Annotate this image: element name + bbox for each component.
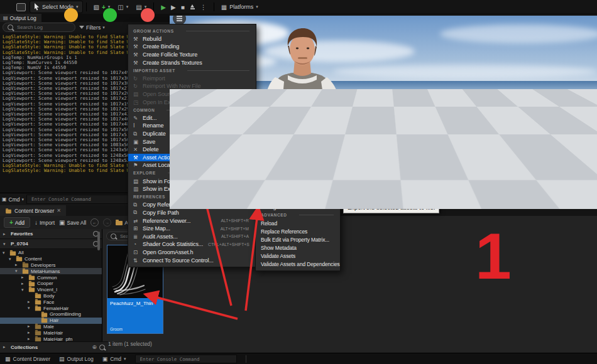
menu-item[interactable]: ⚒ Asset Actions › bbox=[128, 154, 256, 162]
output-log-button[interactable]: ▤ Output Log bbox=[59, 356, 94, 362]
folder-icon bbox=[29, 282, 35, 286]
menu-item[interactable]: ◳ Open In External Editor bbox=[128, 98, 256, 106]
favorites-header[interactable]: ▸ Favorites bbox=[0, 229, 102, 239]
menu-item[interactable]: ⊞ Size Map... ALT+SHIFT+M bbox=[128, 225, 256, 233]
log-filters-dropdown[interactable]: Filters ▾ bbox=[79, 24, 105, 31]
taskbar-console-input[interactable] bbox=[139, 356, 233, 363]
save-all-button[interactable]: ▣ Save All bbox=[59, 219, 86, 226]
add-button[interactable]: + Add bbox=[4, 217, 30, 228]
submenu-item[interactable]: Export... bbox=[256, 195, 340, 203]
tree-twisty-icon[interactable]: ▸ bbox=[28, 324, 33, 329]
tab-content-browser[interactable]: Content Browser ✕ bbox=[0, 205, 66, 216]
add-collection-icon[interactable]: ⊕ bbox=[92, 344, 97, 350]
tree-twisty-icon[interactable]: ▾ bbox=[3, 250, 8, 255]
menu-item[interactable]: ⧉ Copy Reference bbox=[128, 201, 256, 209]
menu-item[interactable]: ⚒ Create Strands Textures bbox=[128, 58, 256, 67]
menu-item[interactable]: ✕ Delete DELETE bbox=[128, 146, 256, 154]
close-icon[interactable]: ✕ bbox=[57, 208, 61, 213]
submenu-item[interactable]: Reload bbox=[256, 219, 340, 227]
menu-item-label: Create Blueprint Using This... bbox=[261, 155, 327, 161]
submenu-item[interactable]: Validate Assets bbox=[256, 252, 340, 260]
menu-item[interactable]: ⚒ Rebuild bbox=[128, 35, 256, 43]
submenu-item[interactable]: Validate Assets and Dependencies bbox=[256, 260, 340, 268]
menu-item-label: Rebuild bbox=[143, 36, 162, 42]
menu-item-icon: ⚒ bbox=[133, 36, 143, 42]
submenu-item[interactable]: Replace References bbox=[256, 227, 340, 235]
menu-item-label: Asset Actions bbox=[143, 154, 176, 161]
project-header[interactable]: ▾ P_0704 bbox=[0, 239, 102, 249]
menu-item[interactable]: ▥ Show in Explorer bbox=[128, 185, 256, 193]
submenu-item[interactable]: ⇥ Migrate... bbox=[256, 203, 340, 211]
menu-item[interactable]: ⧉ Copy File Path bbox=[128, 209, 256, 217]
tree-twisty-icon[interactable]: ▸ bbox=[28, 299, 33, 304]
menu-item-label: Reimport bbox=[143, 75, 165, 82]
window-icon[interactable] bbox=[16, 3, 26, 11]
folder-tree-row[interactable]: GroomBinding bbox=[0, 311, 102, 318]
menu-item[interactable]: Ⅰ Rename F2 bbox=[128, 122, 256, 130]
menu-item[interactable]: ⇄ Reference Viewer... ALT+SHIFT+R bbox=[128, 217, 256, 225]
tree-twisty-icon[interactable]: ▸ bbox=[21, 275, 26, 280]
tree-twisty-icon[interactable]: ▸ bbox=[15, 262, 20, 267]
menu-item[interactable]: ✎ Edit... bbox=[128, 114, 256, 122]
menu-item[interactable]: ⚒ Create Follicle Texture bbox=[128, 51, 256, 59]
tree-scrollbar[interactable] bbox=[97, 232, 100, 250]
menu-item[interactable]: ⇅ Connect To Source Control... bbox=[128, 256, 256, 264]
history-forward-button[interactable]: → bbox=[103, 218, 111, 227]
folder-tree-row[interactable]: ▸ Male bbox=[0, 324, 102, 330]
taskbar-cmd-dropdown[interactable]: ▣ Cmd ▾ bbox=[102, 356, 126, 362]
cmd-dropdown[interactable]: ▣ Cmd ▾ bbox=[2, 196, 24, 203]
menu-item[interactable]: ▣ Save CTRL+S bbox=[128, 137, 256, 146]
blueprints-dropdown[interactable]: ◫ ▾ bbox=[114, 1, 132, 13]
skip-frame-button[interactable]: ▶ bbox=[171, 4, 176, 11]
folder-tree-row[interactable]: ▸ Cooper bbox=[0, 281, 102, 287]
tree-twisty-icon[interactable]: ▾ bbox=[21, 287, 26, 292]
folder-tree-row[interactable]: Body bbox=[0, 293, 102, 299]
play-button[interactable]: ▶ bbox=[161, 4, 166, 11]
log-search-box[interactable] bbox=[3, 23, 75, 32]
menu-item[interactable]: ≣ Audit Assets... ALT+SHIFT+A bbox=[128, 232, 256, 240]
submenu-item[interactable]: Show Metadata bbox=[256, 244, 340, 252]
folder-tree-row[interactable]: ▸ Developers bbox=[0, 262, 102, 269]
menu-item[interactable]: ⚑ Asset Localization › bbox=[128, 161, 256, 169]
taskbar-console-box[interactable] bbox=[135, 355, 237, 363]
folder-tree-row[interactable]: ▾ MetaHumans bbox=[0, 268, 102, 274]
tree-twisty-icon[interactable]: ▾ bbox=[15, 269, 20, 274]
menu-item[interactable]: ▤ Show in Folder View CTRL+B bbox=[128, 177, 256, 185]
folder-tree-row[interactable]: Hair bbox=[0, 318, 102, 324]
folder-tree-row[interactable]: ▸ Face bbox=[0, 299, 102, 305]
folder-tree-row[interactable]: ▾ All bbox=[0, 250, 102, 256]
content-drawer-button[interactable]: ▦ Content Drawer bbox=[5, 356, 50, 362]
tab-output-log[interactable]: ▤ Output Log bbox=[0, 14, 41, 22]
play-options-icon[interactable]: ⋮ bbox=[200, 4, 207, 11]
submenu-item[interactable]: Create Blueprint Using This... bbox=[256, 154, 340, 162]
menu-item[interactable]: ↻ Reimport With New File bbox=[128, 82, 256, 90]
folder-tree-row[interactable]: ▾ Content bbox=[0, 256, 102, 262]
stop-button[interactable]: ■ bbox=[181, 4, 185, 11]
import-button[interactable]: ↓ Import bbox=[35, 219, 55, 226]
folder-tree-row[interactable]: ▾ FemaleHair bbox=[0, 305, 102, 311]
submenu-item[interactable]: Bulk Edit via Property Matrix... bbox=[256, 235, 340, 244]
tree-twisty-icon[interactable]: ▸ bbox=[28, 336, 33, 341]
menu-item-shortcut: F2 bbox=[239, 124, 249, 128]
collections-header[interactable]: ▸ Collections ⊕ bbox=[0, 341, 108, 352]
history-back-button[interactable]: ← bbox=[90, 218, 99, 227]
platforms-dropdown[interactable]: ▦ Platforms ▾ bbox=[217, 1, 262, 13]
folder-tree-row[interactable]: ▸ MaleHair bbox=[0, 329, 102, 336]
submenu-item[interactable]: Capture Thumbnail bbox=[256, 162, 340, 170]
menu-item[interactable]: ⧉ Duplicate CTRL+D bbox=[128, 130, 256, 138]
tree-twisty-icon[interactable]: ▾ bbox=[9, 257, 14, 262]
menu-item[interactable]: ⊡ Open GroomAsset.h bbox=[128, 249, 256, 257]
menu-item[interactable]: ↻ Reimport bbox=[128, 75, 256, 83]
menu-item[interactable]: ▤ Open Source Location bbox=[128, 90, 256, 99]
tree-twisty-icon[interactable]: ▸ bbox=[28, 330, 33, 335]
log-search-input[interactable] bbox=[16, 24, 68, 31]
tree-twisty-icon[interactable]: ▾ bbox=[28, 306, 33, 311]
folder-tree-row[interactable]: ▸ Common bbox=[0, 274, 102, 281]
menu-item[interactable]: ⚒ Create Binding bbox=[128, 43, 256, 51]
eject-button[interactable] bbox=[190, 4, 195, 10]
tree-twisty-icon[interactable]: ▸ bbox=[21, 281, 26, 286]
folder-tree-row[interactable]: ▾ Vincent_l bbox=[0, 287, 102, 293]
submenu-item[interactable]: Select Actors Using This Asset bbox=[256, 178, 340, 186]
annotation-dot-green bbox=[103, 8, 117, 22]
menu-item[interactable]: ◔ Shader Cook Statistics... CTRL+ALT+SHI… bbox=[128, 240, 256, 249]
